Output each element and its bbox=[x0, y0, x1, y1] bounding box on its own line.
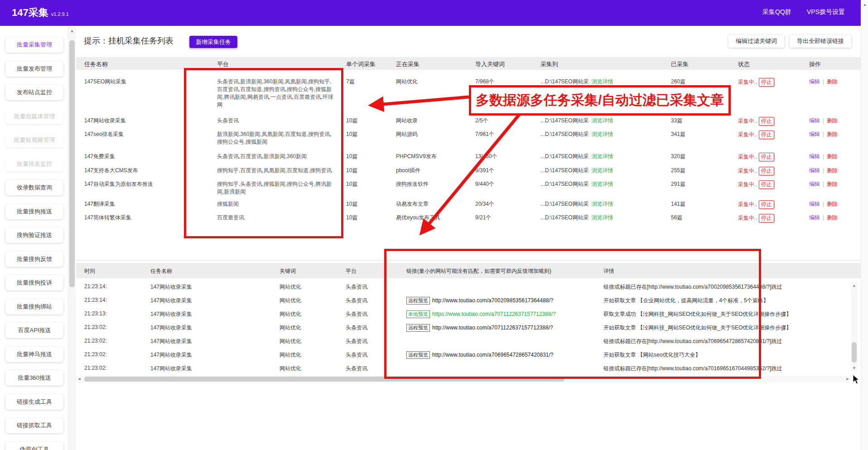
edit-link[interactable]: 编辑 bbox=[809, 167, 820, 174]
version-label: v1.2.9.1 bbox=[51, 11, 69, 17]
sidebar-item[interactable]: 批量采集管理 bbox=[5, 37, 63, 53]
task-name: 147翻译采集 bbox=[84, 200, 115, 208]
collected-count: 291篇 bbox=[671, 180, 685, 188]
collecting-keyword: pboot插件 bbox=[396, 167, 420, 174]
mouse-cursor-icon bbox=[853, 374, 863, 385]
edit-filter-keywords-button[interactable]: 编辑过滤关键词 bbox=[728, 35, 784, 48]
browse-details-link[interactable]: 浏览详情 bbox=[592, 153, 613, 160]
stop-button[interactable]: 停止 bbox=[759, 153, 774, 161]
app-logo: 147采集v1.2.9.1 bbox=[12, 6, 69, 19]
browse-details-link[interactable]: 浏览详情 bbox=[592, 201, 613, 207]
imported-keywords: 13/450个 bbox=[475, 153, 497, 160]
page-title: 提示：挂机采集任务列表 bbox=[84, 35, 174, 46]
edit-link[interactable]: 编辑 bbox=[809, 117, 820, 124]
edit-link[interactable]: 编辑 bbox=[809, 181, 820, 187]
delete-link[interactable]: 删除 bbox=[827, 214, 838, 221]
log-keyword: 网站优化 bbox=[280, 310, 301, 318]
scrollbar-thumb[interactable] bbox=[69, 40, 75, 287]
sidebar-scrollbar[interactable]: ▲ bbox=[68, 26, 76, 450]
article-url-link[interactable]: http://www.toutiao.com/a7071122637157712… bbox=[432, 324, 553, 331]
stop-button[interactable]: 停止 bbox=[759, 131, 774, 139]
sidebar-item[interactable]: 发布站点监控 bbox=[5, 85, 63, 100]
stop-button[interactable]: 停止 bbox=[759, 117, 774, 126]
log-platform: 头条资讯 bbox=[346, 324, 367, 332]
sidebar-item[interactable]: 批量360推送 bbox=[5, 370, 63, 386]
browse-details-link[interactable]: 浏览详情 bbox=[592, 181, 613, 187]
saved-to-cell: ...D:\147SEO网站采浏览详情 bbox=[540, 214, 613, 222]
edit-link[interactable]: 编辑 bbox=[809, 78, 820, 85]
per-word-count: 10篇 bbox=[346, 117, 357, 125]
delete-link[interactable]: 删除 bbox=[827, 117, 838, 124]
sidebar-item[interactable]: 批量搜狗推送 bbox=[5, 204, 63, 219]
task-column-header: 单个词采集 bbox=[346, 60, 376, 68]
delete-link[interactable]: 删除 bbox=[827, 131, 838, 137]
qq-group-link[interactable]: 采集QQ群 bbox=[762, 8, 791, 16]
sidebar-item[interactable]: 百度API推送 bbox=[5, 323, 63, 338]
sidebar-item[interactable]: 伪原创工具 bbox=[5, 442, 63, 450]
sidebar-item[interactable]: 批量神马推送 bbox=[5, 347, 63, 362]
add-collect-task-button[interactable]: 新增采集任务 bbox=[189, 36, 237, 48]
stop-button[interactable]: 停止 bbox=[759, 214, 774, 223]
remote-preview-badge[interactable]: 远程预览 bbox=[406, 297, 430, 305]
browse-details-link[interactable]: 浏览详情 bbox=[592, 117, 613, 124]
log-keyword: 网站优化 bbox=[280, 365, 301, 373]
scroll-right-icon[interactable]: ► bbox=[844, 376, 851, 382]
scrollbar-thumb[interactable] bbox=[852, 342, 857, 363]
article-url-link[interactable]: https://www.toutiao.com/a707112263715771… bbox=[432, 311, 556, 317]
browse-details-link[interactable]: 浏览详情 bbox=[592, 131, 613, 137]
imported-keywords: 20/34个 bbox=[475, 200, 494, 208]
saved-to-cell: ...D:\147SEO网站采浏览详情 bbox=[540, 131, 613, 138]
vps-dial-settings-link[interactable]: VPS拨号设置 bbox=[807, 8, 845, 16]
task-name: 147免费采集 bbox=[84, 153, 115, 160]
delete-link[interactable]: 删除 bbox=[827, 153, 838, 160]
log-time: 21:23:02: bbox=[84, 351, 107, 358]
delete-link[interactable]: 删除 bbox=[827, 181, 838, 187]
browse-details-link[interactable]: 浏览详情 bbox=[592, 78, 613, 85]
edit-link[interactable]: 编辑 bbox=[809, 131, 820, 137]
scrollbar-thumb[interactable] bbox=[84, 377, 564, 382]
log-link-cell: 本地预览https://www.toutiao.com/a70711226371… bbox=[406, 310, 556, 318]
sidebar-item: 批量短视频管理 bbox=[5, 132, 63, 148]
sidebar-item[interactable]: 搜狗验证推送 bbox=[5, 227, 63, 243]
log-keyword: 网站优化 bbox=[280, 297, 301, 305]
log-time: 21:23:13: bbox=[84, 310, 107, 317]
scroll-up-icon[interactable]: ▲ bbox=[68, 29, 76, 33]
edit-link[interactable]: 编辑 bbox=[809, 201, 820, 207]
delete-link[interactable]: 删除 bbox=[827, 167, 838, 174]
edit-link[interactable]: 编辑 bbox=[809, 214, 820, 221]
sidebar-item[interactable]: 链接抓取工具 bbox=[5, 418, 63, 433]
stop-button[interactable]: 停止 bbox=[759, 200, 774, 209]
sidebar-item[interactable]: 批量搜狗反馈 bbox=[5, 252, 63, 267]
edit-link[interactable]: 编辑 bbox=[809, 153, 820, 160]
sidebar-item: 批量自媒体管理 bbox=[5, 109, 63, 124]
remote-preview-badge[interactable]: 远程预览 bbox=[406, 324, 430, 332]
log-vertical-scrollbar[interactable]: ▲ ▼ bbox=[851, 282, 858, 372]
sidebar-item[interactable]: 批量搜狗绑站 bbox=[5, 299, 63, 315]
article-url-link[interactable]: http://www.toutiao.com/a7069654728657420… bbox=[432, 352, 554, 358]
status-collecting-label: 采集中.. bbox=[738, 79, 757, 85]
stop-button[interactable]: 停止 bbox=[759, 180, 774, 189]
stop-button[interactable]: 停止 bbox=[759, 78, 774, 87]
sidebar-item[interactable]: 收录数据查询 bbox=[5, 180, 63, 195]
log-task-name: 147网站收录采集 bbox=[150, 365, 192, 373]
log-horizontal-scrollbar[interactable]: ◄ ► bbox=[76, 376, 851, 382]
scroll-left-icon[interactable]: ◄ bbox=[76, 376, 82, 382]
delete-link[interactable]: 删除 bbox=[827, 201, 838, 207]
browse-details-link[interactable]: 浏览详情 bbox=[592, 214, 613, 221]
scroll-down-icon[interactable]: ▼ bbox=[851, 366, 858, 370]
sidebar-item[interactable]: 批量搜狗投诉 bbox=[5, 275, 63, 290]
task-column-header: 已采集 bbox=[671, 60, 689, 68]
stop-button[interactable]: 停止 bbox=[759, 167, 774, 175]
sidebar-item[interactable]: 链接生成工具 bbox=[5, 394, 63, 410]
browse-details-link[interactable]: 浏览详情 bbox=[592, 167, 613, 174]
delete-link[interactable]: 删除 bbox=[827, 78, 838, 85]
remote-preview-badge[interactable]: 远程预览 bbox=[406, 351, 430, 359]
local-preview-badge[interactable]: 本地预览 bbox=[406, 310, 430, 318]
export-error-links-button[interactable]: 导出全部错误链接 bbox=[790, 35, 851, 48]
actions-cell: 编辑|删除 bbox=[809, 78, 838, 86]
article-url-link[interactable]: http://www.toutiao.com/a7002098535617364… bbox=[432, 297, 554, 304]
scroll-up-icon[interactable]: ▲ bbox=[851, 283, 858, 288]
log-detail: 链接或标题已存在[http://www.toutiao.com/a7069654… bbox=[603, 338, 782, 345]
sidebar-item[interactable]: 批量发布管理 bbox=[5, 61, 63, 77]
scroll-up-icon[interactable]: ▲ bbox=[861, 2, 868, 7]
